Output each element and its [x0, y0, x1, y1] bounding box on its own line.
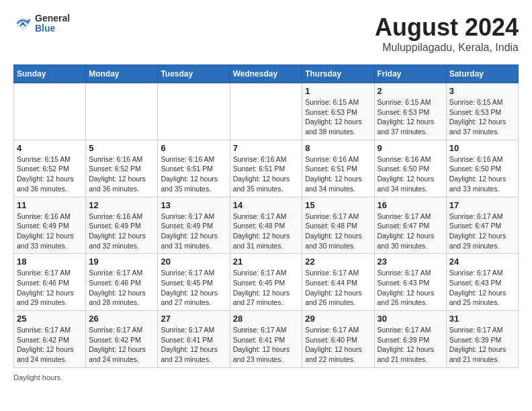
day-cell: 4Sunrise: 6:15 AM Sunset: 6:52 PM Daylig…: [14, 140, 86, 197]
day-number: 25: [17, 314, 83, 324]
day-cell: 24Sunrise: 6:17 AM Sunset: 6:43 PM Dayli…: [446, 254, 518, 311]
day-number: 2: [378, 86, 443, 96]
day-detail: Sunrise: 6:17 AM Sunset: 6:49 PM Dayligh…: [161, 212, 226, 251]
day-detail: Sunrise: 6:17 AM Sunset: 6:41 PM Dayligh…: [161, 325, 226, 365]
day-detail: Sunrise: 6:17 AM Sunset: 6:43 PM Dayligh…: [449, 268, 515, 308]
day-cell: 31Sunrise: 6:17 AM Sunset: 6:39 PM Dayli…: [446, 311, 518, 368]
day-cell: 29Sunrise: 6:17 AM Sunset: 6:40 PM Dayli…: [302, 311, 374, 368]
page-subtitle: Muluppilagadu, Kerala, India: [375, 42, 519, 54]
day-detail: Sunrise: 6:17 AM Sunset: 6:43 PM Dayligh…: [378, 268, 443, 308]
day-number: 7: [233, 143, 300, 153]
day-cell: 20Sunrise: 6:17 AM Sunset: 6:45 PM Dayli…: [158, 254, 230, 311]
day-number: 29: [305, 314, 371, 324]
column-header-monday: Monday: [86, 65, 158, 83]
day-detail: Sunrise: 6:15 AM Sunset: 6:53 PM Dayligh…: [449, 97, 515, 137]
day-number: 27: [161, 314, 226, 324]
column-header-tuesday: Tuesday: [158, 65, 230, 83]
day-cell: 28Sunrise: 6:17 AM Sunset: 6:41 PM Dayli…: [230, 311, 302, 368]
day-cell: 6Sunrise: 6:16 AM Sunset: 6:51 PM Daylig…: [158, 140, 230, 197]
day-number: 12: [89, 200, 154, 210]
column-header-friday: Friday: [374, 65, 446, 83]
day-detail: Sunrise: 6:17 AM Sunset: 6:45 PM Dayligh…: [161, 268, 226, 308]
day-cell: 12Sunrise: 6:16 AM Sunset: 6:49 PM Dayli…: [86, 197, 158, 254]
day-number: 26: [89, 314, 154, 324]
day-cell: 25Sunrise: 6:17 AM Sunset: 6:42 PM Dayli…: [14, 311, 86, 368]
day-number: 11: [17, 200, 83, 210]
day-cell: 26Sunrise: 6:17 AM Sunset: 6:42 PM Dayli…: [86, 311, 158, 368]
day-cell: 17Sunrise: 6:17 AM Sunset: 6:47 PM Dayli…: [446, 197, 518, 254]
logo: General Blue: [13, 13, 70, 34]
day-number: 18: [17, 257, 83, 267]
calendar-table: SundayMondayTuesdayWednesdayThursdayFrid…: [13, 64, 519, 368]
day-number: 9: [378, 143, 443, 153]
day-cell: [158, 83, 230, 140]
day-detail: Sunrise: 6:17 AM Sunset: 6:47 PM Dayligh…: [449, 212, 515, 251]
day-cell: 11Sunrise: 6:16 AM Sunset: 6:49 PM Dayli…: [14, 197, 86, 254]
day-detail: Sunrise: 6:16 AM Sunset: 6:51 PM Dayligh…: [161, 154, 226, 194]
day-number: 8: [305, 143, 371, 153]
day-cell: 2Sunrise: 6:15 AM Sunset: 6:53 PM Daylig…: [374, 83, 446, 140]
day-detail: Sunrise: 6:17 AM Sunset: 6:39 PM Dayligh…: [449, 325, 515, 365]
day-detail: Sunrise: 6:16 AM Sunset: 6:49 PM Dayligh…: [89, 212, 154, 251]
day-detail: Sunrise: 6:16 AM Sunset: 6:52 PM Dayligh…: [89, 154, 154, 194]
day-detail: Sunrise: 6:17 AM Sunset: 6:47 PM Dayligh…: [378, 212, 443, 251]
day-cell: [230, 83, 302, 140]
column-header-saturday: Saturday: [446, 65, 518, 83]
week-row-3: 11Sunrise: 6:16 AM Sunset: 6:49 PM Dayli…: [14, 197, 519, 254]
header-row: SundayMondayTuesdayWednesdayThursdayFrid…: [14, 65, 519, 83]
day-cell: [86, 83, 158, 140]
week-row-5: 25Sunrise: 6:17 AM Sunset: 6:42 PM Dayli…: [14, 311, 519, 368]
day-number: 24: [449, 257, 515, 267]
day-number: 22: [305, 257, 371, 267]
day-detail: Sunrise: 6:16 AM Sunset: 6:50 PM Dayligh…: [378, 154, 443, 194]
day-detail: Sunrise: 6:17 AM Sunset: 6:46 PM Dayligh…: [89, 268, 154, 308]
day-cell: 8Sunrise: 6:16 AM Sunset: 6:51 PM Daylig…: [302, 140, 374, 197]
day-number: 28: [233, 314, 300, 324]
day-detail: Sunrise: 6:15 AM Sunset: 6:53 PM Dayligh…: [305, 97, 371, 137]
day-cell: 18Sunrise: 6:17 AM Sunset: 6:46 PM Dayli…: [14, 254, 86, 311]
day-cell: 13Sunrise: 6:17 AM Sunset: 6:49 PM Dayli…: [158, 197, 230, 254]
day-detail: Sunrise: 6:17 AM Sunset: 6:40 PM Dayligh…: [305, 325, 371, 365]
page-header: General Blue August 2024 Muluppilagadu, …: [13, 13, 519, 54]
day-number: 1: [305, 86, 371, 96]
page-title: August 2024: [375, 13, 519, 42]
day-number: 31: [449, 314, 515, 324]
logo-blue: Blue: [35, 24, 70, 34]
day-detail: Sunrise: 6:15 AM Sunset: 6:53 PM Dayligh…: [378, 97, 443, 137]
day-detail: Sunrise: 6:16 AM Sunset: 6:51 PM Dayligh…: [233, 154, 300, 194]
day-cell: 9Sunrise: 6:16 AM Sunset: 6:50 PM Daylig…: [374, 140, 446, 197]
day-detail: Sunrise: 6:17 AM Sunset: 6:48 PM Dayligh…: [305, 212, 371, 251]
day-detail: Sunrise: 6:17 AM Sunset: 6:44 PM Dayligh…: [305, 268, 371, 308]
footer: Daylight hours: [13, 373, 519, 381]
day-number: 30: [378, 314, 443, 324]
day-number: 10: [449, 143, 515, 153]
logo-icon: [13, 14, 32, 33]
day-detail: Sunrise: 6:16 AM Sunset: 6:49 PM Dayligh…: [17, 212, 83, 251]
day-number: 4: [17, 143, 83, 153]
week-row-2: 4Sunrise: 6:15 AM Sunset: 6:52 PM Daylig…: [14, 140, 519, 197]
day-number: 14: [233, 200, 300, 210]
day-detail: Sunrise: 6:17 AM Sunset: 6:39 PM Dayligh…: [378, 325, 443, 365]
day-detail: Sunrise: 6:17 AM Sunset: 6:45 PM Dayligh…: [233, 268, 300, 308]
day-number: 16: [378, 200, 443, 210]
week-row-4: 18Sunrise: 6:17 AM Sunset: 6:46 PM Dayli…: [14, 254, 519, 311]
week-row-1: 1Sunrise: 6:15 AM Sunset: 6:53 PM Daylig…: [14, 83, 519, 140]
day-cell: [14, 83, 86, 140]
day-cell: 19Sunrise: 6:17 AM Sunset: 6:46 PM Dayli…: [86, 254, 158, 311]
day-detail: Sunrise: 6:17 AM Sunset: 6:41 PM Dayligh…: [233, 325, 300, 365]
day-cell: 10Sunrise: 6:16 AM Sunset: 6:50 PM Dayli…: [446, 140, 518, 197]
logo-general: General: [35, 13, 70, 24]
title-block: August 2024 Muluppilagadu, Kerala, India: [375, 13, 519, 54]
day-cell: 7Sunrise: 6:16 AM Sunset: 6:51 PM Daylig…: [230, 140, 302, 197]
day-cell: 3Sunrise: 6:15 AM Sunset: 6:53 PM Daylig…: [446, 83, 518, 140]
day-detail: Sunrise: 6:16 AM Sunset: 6:51 PM Dayligh…: [305, 154, 371, 194]
day-number: 5: [89, 143, 154, 153]
column-header-thursday: Thursday: [302, 65, 374, 83]
day-detail: Sunrise: 6:17 AM Sunset: 6:46 PM Dayligh…: [17, 268, 83, 308]
day-number: 15: [305, 200, 371, 210]
day-number: 21: [233, 257, 300, 267]
day-cell: 16Sunrise: 6:17 AM Sunset: 6:47 PM Dayli…: [374, 197, 446, 254]
day-cell: 21Sunrise: 6:17 AM Sunset: 6:45 PM Dayli…: [230, 254, 302, 311]
day-cell: 1Sunrise: 6:15 AM Sunset: 6:53 PM Daylig…: [302, 83, 374, 140]
day-number: 23: [378, 257, 443, 267]
